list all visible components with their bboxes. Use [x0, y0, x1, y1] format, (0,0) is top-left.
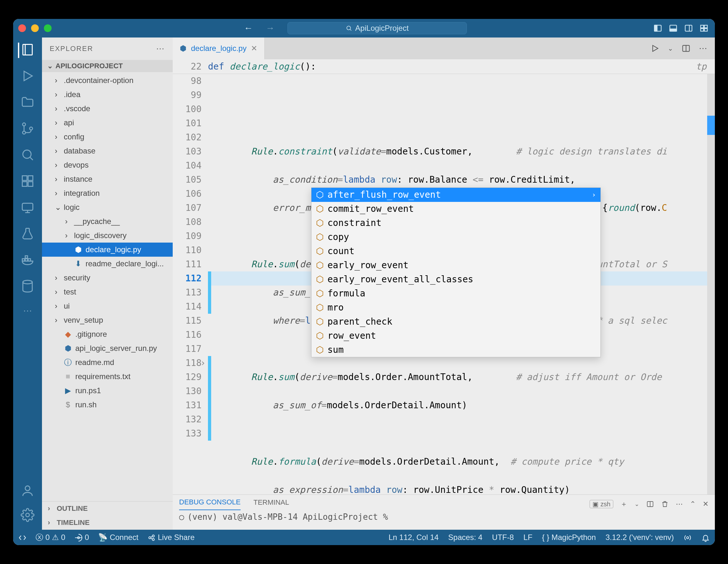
- explorer-view-icon[interactable]: [18, 43, 35, 58]
- kill-terminal-icon[interactable]: [661, 500, 669, 508]
- folder-api[interactable]: ›api: [42, 116, 173, 130]
- folder--idea[interactable]: ›.idea: [42, 87, 173, 102]
- panel-more-icon[interactable]: ⋯: [676, 500, 683, 508]
- encoding[interactable]: UTF-8: [492, 533, 514, 542]
- close-panel-icon[interactable]: ✕: [703, 500, 708, 508]
- run-file-icon[interactable]: [650, 44, 659, 53]
- file--gitignore[interactable]: ◆.gitignore: [42, 327, 173, 341]
- minimap-scrollbar[interactable]: [707, 74, 715, 494]
- file-run-sh[interactable]: $run.sh: [42, 398, 173, 412]
- folder--devcontainer-option[interactable]: ›.devcontainer-option: [42, 73, 173, 87]
- editor-more-icon[interactable]: ⋯: [699, 44, 707, 54]
- line-number: 102: [173, 130, 202, 145]
- layout-primary-icon[interactable]: [653, 24, 662, 33]
- remote-indicator[interactable]: [18, 533, 27, 542]
- autocomplete-item-formula[interactable]: ⬡formula: [311, 286, 600, 301]
- eol[interactable]: LF: [524, 533, 533, 542]
- autocomplete-more-icon[interactable]: ›: [592, 188, 596, 202]
- autocomplete-item-mro[interactable]: ⬡mro: [311, 301, 600, 315]
- sticky-scroll-line[interactable]: 22 def declare_logic(): tp: [173, 59, 715, 74]
- layout-secondary-icon[interactable]: [684, 24, 693, 33]
- folder-logic[interactable]: ⌄logic: [42, 200, 173, 214]
- folder-integration[interactable]: ›integration: [42, 186, 173, 200]
- autocomplete-item-row_event[interactable]: ⬡row_event: [311, 329, 600, 343]
- code-editor[interactable]: Rule.constraint(validate=models.Customer…: [208, 74, 707, 494]
- terminal-prompt[interactable]: ○ (venv) val@Vals-MPB-14 ApiLogicProject…: [173, 510, 715, 524]
- split-editor-icon[interactable]: [682, 44, 691, 53]
- split-terminal-icon[interactable]: [646, 500, 654, 508]
- folder-security[interactable]: ›security: [42, 271, 173, 285]
- file-requirements-txt[interactable]: ≡requirements.txt: [42, 369, 173, 384]
- folder-venv-setup[interactable]: ›venv_setup: [42, 313, 173, 327]
- layout-bottom-icon[interactable]: [669, 24, 678, 33]
- more-views-icon[interactable]: ⋯: [23, 305, 32, 316]
- file-readme-declare-logi---[interactable]: ⬇readme_declare_logi...: [42, 257, 173, 271]
- indentation[interactable]: Spaces: 4: [448, 533, 483, 542]
- autocomplete-item-count[interactable]: ⬡count: [311, 244, 600, 258]
- live-share-button[interactable]: Live Share: [147, 533, 194, 542]
- autocomplete-item-after_flush_row_event[interactable]: ⬡after_flush_row_event›: [311, 188, 600, 202]
- autocomplete-popup[interactable]: ⬡after_flush_row_event›⬡commit_row_event…: [311, 187, 601, 357]
- folder-config[interactable]: ›config: [42, 130, 173, 144]
- folder-logic-discovery[interactable]: ›logic_discovery: [42, 228, 173, 243]
- close-window[interactable]: [18, 24, 26, 32]
- account-icon[interactable]: [21, 484, 35, 499]
- errors-warnings[interactable]: ⓧ 0 ⚠ 0: [36, 532, 65, 543]
- folder--vscode[interactable]: ›.vscode: [42, 102, 173, 116]
- search-view-icon[interactable]: [21, 148, 35, 163]
- database-view-icon[interactable]: [21, 279, 35, 294]
- file-declare-logic-py[interactable]: ⬢declare_logic.py: [42, 243, 173, 257]
- layout-customize-icon[interactable]: [699, 24, 708, 33]
- settings-gear-icon[interactable]: [21, 508, 35, 523]
- notifications-bell-icon[interactable]: [701, 533, 710, 542]
- folder-test[interactable]: ›test: [42, 285, 173, 299]
- autocomplete-item-sum[interactable]: ⬡sum: [311, 343, 600, 357]
- autocomplete-item-early_row_event[interactable]: ⬡early_row_event: [311, 258, 600, 272]
- run-dropdown-icon[interactable]: ⌄: [668, 45, 673, 52]
- terminal-dropdown-icon[interactable]: ⌄: [634, 501, 639, 508]
- remote-view-icon[interactable]: [21, 200, 35, 216]
- autocomplete-item-early_row_event_all_classes[interactable]: ⬡early_row_event_all_classes: [311, 272, 600, 286]
- autocomplete-item-constraint[interactable]: ⬡constraint: [311, 216, 600, 230]
- cursor-position[interactable]: Ln 112, Col 14: [389, 533, 439, 542]
- outline-section[interactable]: ›OUTLINE: [42, 502, 173, 516]
- file-run-ps1[interactable]: ▶run.ps1: [42, 384, 173, 398]
- explorer-more-icon[interactable]: ⋯: [156, 44, 165, 54]
- project-section-header[interactable]: ⌄ APILOGICPROJECT: [42, 60, 173, 72]
- folder-instance[interactable]: ›instance: [42, 172, 173, 186]
- autocomplete-item-parent_check[interactable]: ⬡parent_check: [311, 315, 600, 329]
- folder-ui[interactable]: ›ui: [42, 299, 173, 313]
- forwarded-ports[interactable]: 0: [74, 533, 89, 542]
- nav-back[interactable]: ←: [244, 23, 253, 33]
- language-mode[interactable]: { } MagicPython: [542, 533, 596, 542]
- autocomplete-item-copy[interactable]: ⬡copy: [311, 230, 600, 244]
- connect-button[interactable]: 📡 Connect: [98, 533, 138, 542]
- go-live-icon[interactable]: [683, 533, 692, 542]
- docker-view-icon[interactable]: [21, 253, 35, 268]
- panel-tab-debug-console[interactable]: DEBUG CONSOLE: [179, 498, 241, 510]
- extensions-view-icon[interactable]: [21, 174, 35, 189]
- python-interpreter[interactable]: 3.12.2 ('venv': venv): [606, 533, 674, 542]
- panel-tab-terminal[interactable]: TERMINAL: [253, 498, 289, 510]
- timeline-section[interactable]: ›TIMELINE: [42, 516, 173, 530]
- folder-database[interactable]: ›database: [42, 144, 173, 158]
- folder-view-icon[interactable]: [21, 95, 35, 111]
- autocomplete-item-commit_row_event[interactable]: ⬡commit_row_event: [311, 202, 600, 216]
- minimize-window[interactable]: [31, 24, 39, 32]
- command-center-search[interactable]: ApiLogicProject: [287, 22, 467, 34]
- folder-devops[interactable]: ›devops: [42, 158, 173, 172]
- folder---pycache--[interactable]: ›__pycache__: [42, 214, 173, 228]
- run-debug-view-icon[interactable]: [21, 69, 35, 84]
- close-tab-icon[interactable]: ✕: [251, 44, 257, 53]
- new-terminal-icon[interactable]: ＋: [620, 499, 627, 509]
- testing-view-icon[interactable]: [21, 227, 35, 242]
- shell-badge[interactable]: ▣zsh: [590, 500, 613, 508]
- file-tree[interactable]: ›.devcontainer-option›.idea›.vscode›api›…: [42, 72, 173, 501]
- nav-forward[interactable]: →: [266, 23, 275, 33]
- source-control-view-icon[interactable]: [21, 121, 35, 137]
- tab-declare-logic[interactable]: ⬢ declare_logic.py ✕: [173, 37, 265, 59]
- file-readme-md[interactable]: ⓘreadme.md: [42, 355, 173, 369]
- maximize-window[interactable]: [44, 24, 52, 32]
- maximize-panel-icon[interactable]: ⌃: [690, 500, 696, 508]
- file-api-logic-server-run-py[interactable]: ⬢api_logic_server_run.py: [42, 341, 173, 355]
